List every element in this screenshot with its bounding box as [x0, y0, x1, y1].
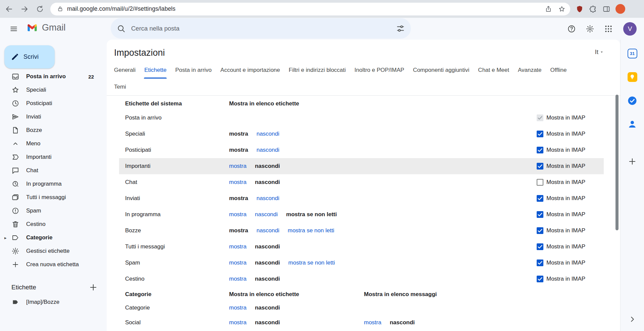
input-tools-button[interactable]: It	[595, 48, 604, 56]
option-mostra[interactable]: mostra	[364, 319, 381, 326]
sidebar-item-spam[interactable]: Spam	[0, 204, 103, 218]
sidebar-item-cestino[interactable]: Cestino	[0, 218, 103, 231]
option-mostra-se-non-letti[interactable]: mostra se non letti	[288, 227, 334, 234]
calendar-button[interactable]: 31	[626, 47, 639, 60]
get-addons-button[interactable]	[626, 155, 639, 168]
option-nascondi[interactable]: nascondi	[257, 131, 279, 137]
labels-title: Etichette	[11, 284, 89, 291]
option-mostra[interactable]: mostra	[229, 304, 247, 311]
apps-button[interactable]	[600, 20, 616, 37]
contacts-icon	[627, 119, 637, 129]
category-name: Categorie	[119, 304, 229, 311]
compose-button[interactable]: Scrivi	[4, 45, 55, 68]
imap-checkbox-chat[interactable]	[537, 179, 543, 186]
tasks-button[interactable]	[626, 94, 639, 107]
bookmark-star-icon[interactable]	[558, 5, 566, 13]
scrollbar-thumb[interactable]	[615, 95, 619, 230]
imap-checkbox-importanti[interactable]	[537, 163, 543, 170]
imap-checkbox-inviati[interactable]	[537, 195, 543, 202]
label-row-posticipati: PosticipatimostranascondiMostra in IMAP	[119, 142, 604, 158]
browser-back-button[interactable]	[3, 3, 15, 15]
search-options-button[interactable]	[392, 20, 409, 37]
url-text: mail.google.com/mail/u/2/#settings/label…	[67, 5, 539, 12]
sidebar-item-meno[interactable]: Meno	[0, 137, 103, 150]
sidebar-item-inviati[interactable]: Inviati	[0, 110, 103, 124]
imap-checkbox-spam[interactable]	[537, 259, 543, 266]
tab-temi[interactable]: Temi	[110, 79, 130, 95]
option-mostra-se-non-letti[interactable]: mostra se non letti	[288, 259, 335, 266]
keep-button[interactable]	[626, 70, 639, 84]
browser-profile-avatar[interactable]	[615, 4, 625, 14]
gmail-logo[interactable]: Gmail	[25, 22, 66, 33]
adblock-extension-icon[interactable]	[576, 5, 584, 13]
expand-arrow-icon[interactable]: ▸	[4, 235, 7, 240]
sidebar-item-chat[interactable]: Chat	[0, 164, 103, 177]
option-mostra[interactable]: mostra	[229, 179, 247, 186]
option-nascondi[interactable]: nascondi	[257, 147, 279, 153]
sidebar-item-gestisci-etichette[interactable]: Gestisci etichette	[0, 244, 103, 258]
option-nascondi[interactable]: nascondi	[255, 211, 278, 218]
browser-reload-button[interactable]	[34, 3, 46, 15]
label-name: Posticipati	[119, 147, 229, 153]
sidebar-item-speciali[interactable]: Speciali	[0, 83, 103, 97]
browser-forward-button[interactable]	[18, 3, 31, 15]
option-mostra[interactable]: mostra	[229, 211, 247, 218]
option-mostra[interactable]: mostra	[229, 319, 247, 326]
show-side-panel-button[interactable]	[626, 313, 639, 326]
tab-posta-in-arrivo[interactable]: Posta in arrivo	[171, 62, 216, 79]
imap-checkbox-bozze[interactable]	[537, 227, 543, 234]
imap-checkbox-speciali[interactable]	[537, 131, 543, 137]
imap-checkbox-cestino[interactable]	[537, 276, 543, 282]
tab-avanzate[interactable]: Avanzate	[514, 62, 546, 79]
tab-inoltro-e-pop-imap[interactable]: Inoltro e POP/IMAP	[350, 62, 409, 79]
option-mostra[interactable]: mostra	[229, 259, 247, 266]
categories-column-header: Categorie	[119, 291, 229, 298]
imap-checkbox-posticipati[interactable]	[537, 147, 543, 153]
search-button[interactable]	[113, 20, 129, 37]
sidebar-item-importanti[interactable]: Importanti	[0, 150, 103, 164]
option-nascondi: nascondi	[255, 259, 280, 266]
sidebar-item-posticipati[interactable]: Posticipati	[0, 97, 103, 110]
imap-label: Mostra in IMAP	[546, 243, 585, 250]
sidebar-item-posta-in-arrivo[interactable]: Posta in arrivo22	[0, 70, 103, 83]
tab-offline[interactable]: Offline	[546, 62, 571, 79]
imap-checkbox-tutti-i-messaggi[interactable]	[537, 243, 543, 250]
label-options: mostranascondimostra se non letti	[229, 211, 537, 218]
tab-componenti-aggiuntivi[interactable]: Componenti aggiuntivi	[409, 62, 474, 79]
tab-etichette[interactable]: Etichette	[140, 62, 171, 79]
account-avatar[interactable]: V	[623, 22, 637, 36]
option-mostra[interactable]: mostra	[229, 163, 247, 170]
tab-account-e-importazione[interactable]: Account e importazione	[216, 62, 284, 79]
option-nascondi: nascondi	[255, 276, 280, 282]
tab-generali[interactable]: Generali	[110, 62, 140, 79]
sidebar-item-categorie[interactable]: ▸Categorie	[0, 231, 103, 244]
option-nascondi[interactable]: nascondi	[257, 227, 279, 234]
search-input[interactable]	[129, 18, 392, 39]
main-menu-button[interactable]	[5, 20, 22, 37]
sidebar-item-tutti-i-messaggi[interactable]: Tutti i messaggi	[0, 191, 103, 204]
imap-cell: Mostra in IMAP	[537, 147, 604, 153]
imap-label: Mostra in IMAP	[546, 259, 585, 266]
imap-cell: Mostra in IMAP	[537, 195, 604, 202]
label-row-bozze: Bozzemostranascondimostra se non lettiMo…	[119, 223, 604, 239]
imap-cell: Mostra in IMAP	[537, 131, 604, 137]
tab-chat-e-meet[interactable]: Chat e Meet	[474, 62, 514, 79]
sidebar-label-imap-bozze[interactable]: [Imap]/Bozze	[0, 295, 103, 309]
category-message-list-options: mostranascondi	[364, 319, 604, 326]
extensions-icon[interactable]	[589, 5, 597, 13]
option-mostra[interactable]: mostra	[229, 243, 247, 250]
sidebar-item-crea-nuova-etichetta[interactable]: Crea nuova etichetta	[0, 258, 103, 271]
share-icon[interactable]	[545, 5, 552, 13]
contacts-button[interactable]	[626, 117, 639, 131]
help-button[interactable]	[563, 20, 580, 37]
create-label-icon[interactable]	[89, 283, 98, 292]
side-panel-toggle-icon[interactable]	[602, 5, 610, 13]
sidebar-item-bozze[interactable]: Bozze	[0, 124, 103, 137]
option-nascondi[interactable]: nascondi	[257, 195, 279, 202]
settings-button[interactable]	[582, 20, 598, 37]
sidebar-item-in-programma[interactable]: In programma	[0, 177, 103, 191]
tab-filtri-e-indirizzi-bloccati[interactable]: Filtri e indirizzi bloccati	[284, 62, 350, 79]
address-bar[interactable]: mail.google.com/mail/u/2/#settings/label…	[50, 3, 570, 15]
option-mostra[interactable]: mostra	[229, 276, 247, 282]
imap-checkbox-in-programma[interactable]	[537, 211, 543, 218]
